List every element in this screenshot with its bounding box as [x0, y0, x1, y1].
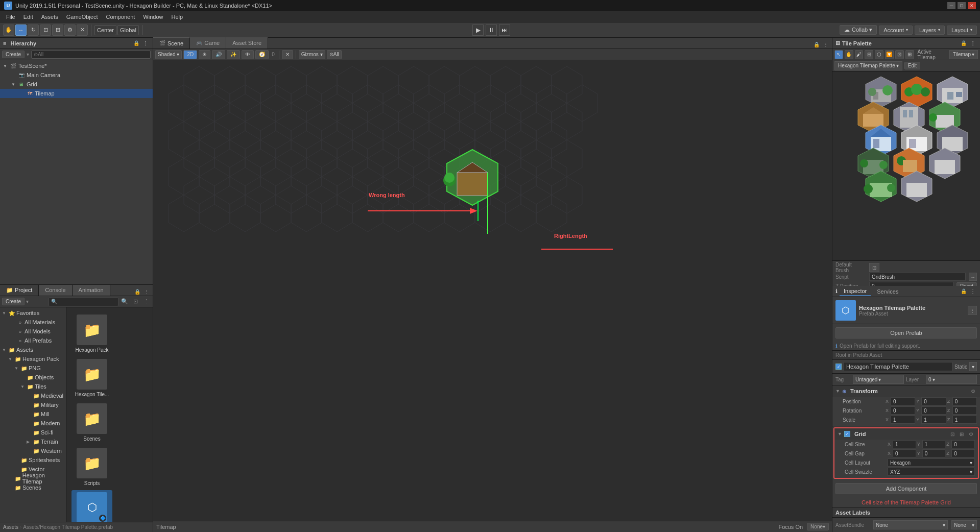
pause-button[interactable]: ⏸: [486, 25, 497, 36]
ft-spritesheets[interactable]: 📁 Spritesheets: [0, 455, 66, 465]
gizmos-dropdown[interactable]: Gizmos▾: [299, 50, 325, 59]
grid-header[interactable]: ▼ ✓ Grid ⊡ ⊞ ⚙: [834, 428, 978, 440]
tree-item-testscene[interactable]: ▼ 🎬 TestScene*: [0, 61, 153, 70]
ft-terrain[interactable]: ▶ 📁 Terrain: [0, 437, 66, 446]
tree-toggle-grid[interactable]: ▼: [10, 81, 16, 87]
grid-settings-icon[interactable]: ⚙: [967, 430, 975, 438]
scale-y[interactable]: 1: [921, 416, 946, 424]
tab-animation[interactable]: Animation: [73, 285, 110, 296]
cell-size-z[interactable]: 0: [951, 440, 975, 448]
asset-item-scenes[interactable]: 📁 Scenes: [71, 401, 112, 444]
cell-gap-y[interactable]: 0: [922, 449, 946, 457]
scene-panel-lock-icon[interactable]: 🔒: [812, 40, 821, 49]
project-create-button[interactable]: Create: [2, 298, 25, 305]
layer-dropdown[interactable]: 0▾: [926, 375, 977, 384]
layout-button[interactable]: Layout▾: [947, 26, 977, 35]
tree-item-maincamera[interactable]: 📷 Main Camera: [0, 70, 153, 80]
rotation-y[interactable]: 0: [921, 406, 946, 415]
shading-dropdown[interactable]: Shaded▾: [155, 50, 182, 59]
menu-component[interactable]: Component: [102, 13, 139, 21]
tp-erase-btn[interactable]: ⊟: [865, 50, 873, 59]
tp-fill-btn[interactable]: ⬡: [875, 50, 883, 59]
position-z[interactable]: 0: [952, 397, 977, 405]
tp-select-btn[interactable]: ↖: [834, 50, 843, 59]
edit-palette-btn[interactable]: Edit: [904, 62, 920, 69]
inspector-lock-icon[interactable]: 🔒: [960, 287, 968, 296]
ft-hexagon-tilemap[interactable]: 📁 Hexagon Tilemap: [0, 474, 66, 483]
rotate-tool-button[interactable]: ↻: [28, 25, 39, 36]
project-search-input[interactable]: [49, 297, 118, 306]
account-button[interactable]: Account▾: [879, 26, 913, 35]
all-dropdown[interactable]: ⊙All: [327, 50, 342, 59]
tp-menu-icon[interactable]: ⋮: [969, 39, 977, 47]
object-name-input[interactable]: [844, 362, 952, 371]
minimize-button[interactable]: ─: [947, 2, 955, 9]
ft-modern[interactable]: 📁 Modern: [0, 419, 66, 428]
ft-military[interactable]: 📁 Military: [0, 400, 66, 409]
scene-viewport[interactable]: Wrong length RightLength: [153, 60, 832, 521]
ft-all-materials[interactable]: ○ All Materials: [0, 318, 66, 327]
tp-scatter-btn[interactable]: ⊞: [905, 50, 914, 59]
path-assets[interactable]: Assets: [3, 524, 18, 530]
menu-help[interactable]: Help: [167, 13, 187, 21]
rect-tool-button[interactable]: ⊞: [52, 25, 63, 36]
menu-file[interactable]: File: [2, 13, 19, 21]
tree-item-grid[interactable]: ▼ ⊞ Grid: [0, 80, 153, 89]
layers-button[interactable]: Layers▾: [915, 26, 945, 35]
grid-component-icon-2[interactable]: ⊞: [958, 430, 966, 438]
project-view-icon[interactable]: ⊡: [131, 297, 140, 306]
ft-favorites[interactable]: ▼ ⭐ Favorites: [0, 308, 66, 318]
transform-tool-button[interactable]: ⚙: [64, 25, 76, 36]
transform-header[interactable]: ▼ ⊕ Transform ⚙: [832, 385, 980, 397]
tp-rect-btn[interactable]: ⊡: [895, 50, 904, 59]
ft-all-models[interactable]: ○ All Models: [0, 327, 66, 336]
asset-bundle-dropdown-2[interactable]: None▾: [951, 520, 977, 529]
inspector-tab[interactable]: Inspector: [840, 287, 871, 296]
step-button[interactable]: ⏭: [499, 25, 510, 36]
tree-item-tilemap[interactable]: 🗺 Tilemap: [0, 89, 153, 98]
focus-dropdown[interactable]: None▾: [807, 523, 829, 530]
hierarchy-lock-icon[interactable]: 🔒: [132, 39, 140, 47]
tp-move-btn[interactable]: ✋: [845, 50, 853, 59]
ft-tiles[interactable]: ▼ 📁 Tiles: [0, 382, 66, 391]
tag-dropdown[interactable]: Untagged▾: [853, 375, 904, 384]
object-active-checkbox[interactable]: ✓: [835, 364, 842, 370]
ft-all-prefabs[interactable]: ○ All Prefabs: [0, 336, 66, 345]
scene-vis-btn[interactable]: 👁: [242, 50, 254, 59]
asset-bundle-dropdown-1[interactable]: None▾: [873, 520, 948, 529]
menu-assets[interactable]: Assets: [37, 13, 62, 21]
asset-item-hexagon-tile-1[interactable]: 📁 Hexagon Tile...: [71, 357, 112, 399]
palette-selector[interactable]: Hexagon Tilemap Palette▾: [834, 61, 902, 70]
cell-swizzle-dropdown[interactable]: XYZ▾: [888, 468, 975, 476]
active-tilemap-dropdown[interactable]: Tilemap▾: [949, 50, 978, 59]
tp-content[interactable]: [832, 71, 980, 260]
ft-medieval[interactable]: 📁 Medieval: [0, 391, 66, 400]
grid-component-icon-1[interactable]: ⊡: [948, 430, 957, 438]
cell-layout-dropdown[interactable]: Hexagon▾: [888, 458, 975, 467]
inspector-options-btn[interactable]: ⋮: [968, 306, 977, 315]
scale-z[interactable]: 1: [952, 416, 977, 424]
center-toggle[interactable]: Center: [94, 25, 116, 35]
menu-gameobject[interactable]: GameObject: [62, 13, 102, 21]
asset-item-hexagon-tile-2[interactable]: ⬡ 🔷 Hexagon Tile...: [71, 490, 112, 522]
nav-btn[interactable]: 🧭: [255, 50, 269, 59]
2d-toggle[interactable]: 2D: [183, 50, 197, 59]
hierarchy-menu-icon[interactable]: ⋮: [141, 39, 150, 47]
cell-gap-z[interactable]: 0: [951, 449, 975, 457]
tab-project[interactable]: 📁 Project: [0, 285, 39, 296]
cell-gap-x[interactable]: 0: [893, 449, 916, 457]
tp-picker-btn[interactable]: 🔽: [885, 50, 894, 59]
tab-asset-store[interactable]: Asset Store: [226, 37, 268, 49]
collab-button[interactable]: ☁Collab ▾: [840, 25, 877, 35]
tree-toggle-testscene[interactable]: ▼: [2, 63, 8, 69]
custom-tool-button[interactable]: ✕: [77, 25, 88, 36]
asset-item-scripts[interactable]: 📁 Scripts: [71, 446, 112, 488]
bottom-panel-menu-icon[interactable]: ⋮: [142, 287, 151, 296]
lighting-btn[interactable]: ☀: [199, 50, 210, 59]
transform-settings-icon[interactable]: ⚙: [969, 387, 977, 395]
ft-png[interactable]: ▼ 📁 PNG: [0, 364, 66, 373]
add-component-button[interactable]: Add Component: [835, 483, 977, 494]
tp-paint-btn[interactable]: 🖌: [855, 50, 864, 59]
open-prefab-button[interactable]: Open Prefab: [835, 327, 977, 338]
rotation-z[interactable]: 0: [952, 406, 977, 415]
